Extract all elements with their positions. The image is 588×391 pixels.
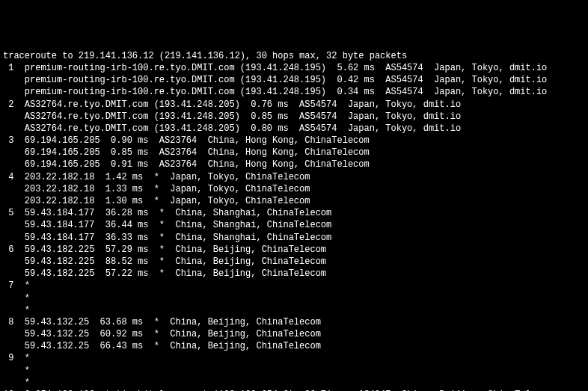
traceroute-line: 59.43.184.177 36.44 ms * China, Shanghai… [3, 219, 585, 231]
traceroute-line: 59.43.132.25 66.43 ms * China, Beijing, … [3, 340, 585, 352]
traceroute-line: 3 69.194.165.205 0.90 ms AS23764 China, … [3, 135, 585, 147]
traceroute-line: 59.43.182.225 88.52 ms * China, Beijing,… [3, 256, 585, 268]
traceroute-line: premium-routing-irb-100.re.tyo.DMIT.com … [3, 86, 585, 98]
traceroute-line: * [3, 365, 585, 377]
traceroute-line: 1 premium-routing-irb-100.re.tyo.DMIT.co… [3, 62, 585, 74]
traceroute-line: 59.43.182.225 57.22 ms * China, Beijing,… [3, 268, 585, 280]
traceroute-line: 5 59.43.184.177 36.28 ms * China, Shangh… [3, 207, 585, 219]
traceroute-line: 69.194.165.205 0.91 ms AS23764 China, Ho… [3, 158, 585, 170]
traceroute-line: 7 * [3, 280, 585, 292]
traceroute-line: 59.43.132.25 60.92 ms * China, Beijing, … [3, 328, 585, 340]
traceroute-line: AS32764.re.tyo.DMIT.com (193.41.248.205)… [3, 111, 585, 123]
traceroute-line: 8 59.43.132.25 63.68 ms * China, Beijing… [3, 316, 585, 328]
traceroute-line: 59.43.184.177 36.33 ms * China, Shanghai… [3, 232, 585, 244]
traceroute-output: 1 premium-routing-irb-100.re.tyo.DMIT.co… [3, 62, 585, 391]
traceroute-line: 203.22.182.18 1.33 ms * Japan, Tokyo, Ch… [3, 183, 585, 195]
traceroute-header: traceroute to 219.141.136.12 (219.141.13… [3, 50, 585, 62]
traceroute-line: 2 AS32764.re.tyo.DMIT.com (193.41.248.20… [3, 99, 585, 111]
traceroute-line: 4 203.22.182.18 1.42 ms * Japan, Tokyo, … [3, 171, 585, 183]
traceroute-line: * [3, 377, 585, 389]
traceroute-line: * [3, 304, 585, 316]
traceroute-line: 203.22.182.18 1.30 ms * Japan, Tokyo, Ch… [3, 195, 585, 207]
traceroute-line: 9 * [3, 352, 585, 364]
traceroute-line: AS32764.re.tyo.DMIT.com (193.41.248.205)… [3, 123, 585, 135]
traceroute-line: premium-routing-irb-100.re.tyo.DMIT.com … [3, 74, 585, 86]
traceroute-line: 6 59.43.182.225 57.29 ms * China, Beijin… [3, 244, 585, 256]
traceroute-line: 69.194.165.205 0.85 ms AS23764 China, Ho… [3, 147, 585, 158]
traceroute-line: * [3, 292, 585, 304]
